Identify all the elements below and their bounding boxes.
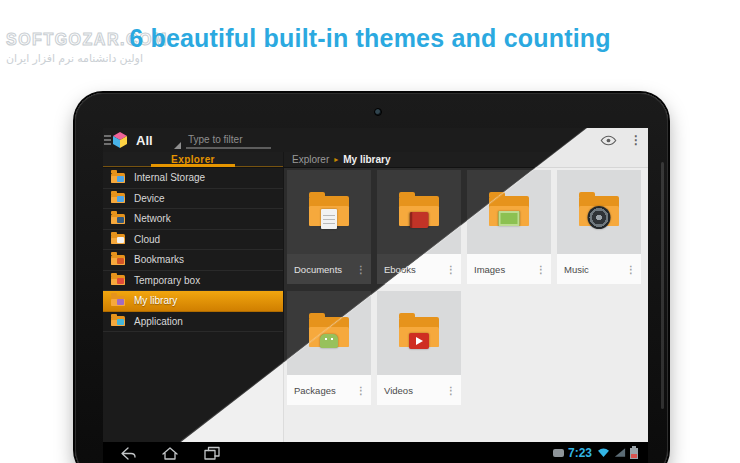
application-folder-icon	[111, 316, 125, 326]
tile-label: Packages	[287, 385, 351, 396]
sidebar-item-label: Temporary box	[134, 275, 200, 286]
tile-videos[interactable]: Videos ⋮	[377, 291, 461, 405]
sidebar-item-label: Bookmarks	[134, 254, 184, 265]
my-library-folder-icon	[111, 296, 125, 306]
page-title: 6 beautiful built-in themes and counting	[0, 24, 740, 53]
music-folder-icon	[579, 196, 619, 226]
overflow-menu-icon[interactable]: ⋮	[630, 134, 642, 146]
sidebar-item-label: My library	[134, 295, 177, 306]
breadcrumb-current: My library	[343, 154, 390, 165]
sidebar-item-cloud[interactable]: Cloud	[103, 230, 283, 251]
visibility-eye-icon[interactable]	[600, 135, 617, 146]
tile-label: Images	[467, 264, 531, 275]
images-folder-icon	[489, 196, 529, 226]
sidebar-item-label: Cloud	[134, 234, 160, 245]
sidebar-item-label: Application	[134, 316, 183, 327]
breadcrumb-root[interactable]: Explorer	[292, 154, 329, 165]
temporary-box-folder-icon	[111, 275, 125, 285]
tile-menu-icon[interactable]: ⋮	[531, 264, 551, 275]
promo-screenshot: SOFTGOZAR.COM اولین دانشنامه نرم افزار ا…	[0, 0, 740, 463]
location-spinner[interactable]: All	[111, 128, 153, 152]
tablet-frame: All Type to filter ⋮	[75, 93, 668, 463]
spinner-selected-value: All	[136, 133, 153, 148]
action-bar-actions: ⋮	[600, 128, 642, 152]
sidebar-item-label: Internal Storage	[134, 172, 205, 183]
internal-storage-folder-icon	[111, 173, 125, 183]
cloud-folder-icon	[111, 234, 125, 244]
tile-documents[interactable]: Documents ⋮	[287, 170, 371, 284]
sidebar-item-internal-storage[interactable]: Internal Storage	[103, 168, 283, 189]
tile-menu-icon[interactable]: ⋮	[441, 264, 461, 275]
recents-button[interactable]	[202, 446, 222, 460]
sidebar-item-label: Device	[134, 193, 165, 204]
signal-icon	[614, 447, 626, 458]
battery-icon	[630, 446, 638, 459]
sidebar-item-label: Network	[134, 213, 171, 224]
sidebar-item-network[interactable]: Network	[103, 209, 283, 230]
active-tab-underline	[151, 164, 235, 167]
front-camera-icon	[374, 108, 382, 116]
tile-music[interactable]: Music ⋮	[557, 170, 641, 284]
spinner-dropdown-icon	[174, 142, 181, 149]
ebooks-folder-icon	[399, 196, 439, 226]
videos-folder-icon	[399, 317, 439, 347]
home-button[interactable]	[160, 446, 180, 460]
documents-folder-icon	[309, 196, 349, 226]
tile-label-bar: Packages ⋮	[287, 375, 371, 405]
bookmarks-folder-icon	[111, 255, 125, 265]
tile-label: Documents	[287, 264, 351, 275]
watermark-subtitle: اولین دانشنامه نرم افزار ایران	[6, 52, 168, 65]
app-logo-cube-icon	[111, 131, 129, 149]
filter-input[interactable]: Type to filter	[186, 131, 271, 149]
tile-label-bar: Music ⋮	[557, 254, 641, 284]
system-navigation-bar: 7:23	[103, 442, 648, 463]
wifi-icon	[597, 447, 610, 458]
tile-menu-icon[interactable]: ⋮	[441, 385, 461, 396]
sidebar-item-bookmarks[interactable]: Bookmarks	[103, 250, 283, 271]
sidebar-item-my-library[interactable]: My library	[103, 291, 283, 312]
device-folder-icon	[111, 193, 125, 203]
tile-menu-icon[interactable]: ⋮	[621, 264, 641, 275]
app-screen: All Type to filter ⋮	[103, 128, 648, 442]
status-cluster[interactable]: 7:23	[553, 442, 638, 463]
sidebar-item-device[interactable]: Device	[103, 189, 283, 210]
menu-icon[interactable]	[104, 135, 111, 147]
sidebar-item-application[interactable]: Application	[103, 312, 283, 333]
tab-explorer[interactable]: Explorer	[103, 152, 283, 167]
back-button[interactable]	[118, 446, 138, 460]
tablet-screen: All Type to filter ⋮	[103, 128, 648, 463]
breadcrumb-arrow-icon: ▸	[334, 155, 338, 164]
tile-label-bar: Images ⋮	[467, 254, 551, 284]
clock: 7:23	[568, 446, 592, 460]
network-folder-icon	[111, 214, 125, 224]
notification-icon	[553, 449, 564, 457]
sidebar-item-temporary-box[interactable]: Temporary box	[103, 271, 283, 292]
tile-label: Music	[557, 264, 621, 275]
tile-menu-icon[interactable]: ⋮	[351, 264, 371, 275]
tile-label: Videos	[377, 385, 441, 396]
tile-menu-icon[interactable]: ⋮	[351, 385, 371, 396]
tile-label-bar: Documents ⋮	[287, 254, 371, 284]
tile-label-bar: Videos ⋮	[377, 375, 461, 405]
